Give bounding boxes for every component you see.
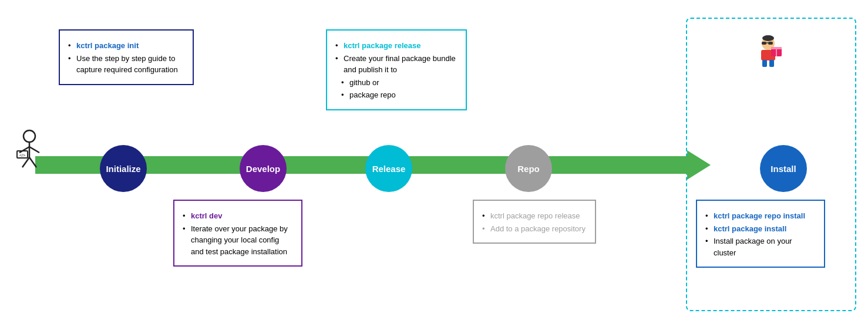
box-release: kctrl package release Create your final …	[326, 29, 467, 110]
release-item-2: github or	[335, 77, 457, 89]
repo-item-1: Add to a package repository	[482, 223, 587, 235]
repo-command: kctrl package repo release	[490, 211, 580, 220]
release-item-3: package repo	[335, 89, 457, 101]
box-initialize: kctrl package init Use the step by step …	[59, 29, 194, 85]
svg-rect-9	[762, 42, 766, 45]
release-command: kctrl package release	[344, 41, 421, 50]
develop-command: kctrl dev	[191, 211, 222, 220]
initialize-item-1: Use the step by step guide to capture re…	[68, 53, 184, 76]
svg-line-3	[29, 147, 39, 153]
circle-initialize: Initialize	[100, 145, 147, 192]
install-character	[751, 35, 786, 70]
svg-text:</>: </>	[19, 153, 25, 157]
svg-point-0	[23, 130, 35, 142]
develop-item-1: Iterate over your package by changing yo…	[183, 223, 293, 258]
svg-rect-10	[768, 42, 773, 45]
svg-rect-18	[769, 60, 774, 67]
svg-line-4	[22, 157, 29, 167]
svg-rect-17	[762, 60, 767, 67]
circle-release: Release	[365, 145, 412, 192]
svg-point-12	[762, 35, 774, 41]
circle-develop: Develop	[240, 145, 287, 192]
install-item-1: Install package on your cluster	[705, 235, 816, 258]
release-item-1: Create your final package bundle and pub…	[335, 53, 457, 76]
install-command1: kctrl package repo install	[714, 211, 805, 220]
initialize-command: kctrl package init	[76, 41, 139, 50]
box-repo: kctrl package repo release Add to a pack…	[473, 200, 596, 244]
svg-line-5	[29, 157, 36, 167]
box-develop: kctrl dev Iterate over your package by c…	[173, 200, 302, 267]
circle-install: Install	[760, 145, 807, 192]
developer-icon: </>	[12, 129, 47, 176]
diagram-container: </> Initialize Develop	[0, 0, 868, 320]
box-install: kctrl package repo install kctrl package…	[696, 200, 825, 268]
circle-repo: Repo	[505, 145, 552, 192]
install-command2: kctrl package install	[714, 224, 786, 233]
